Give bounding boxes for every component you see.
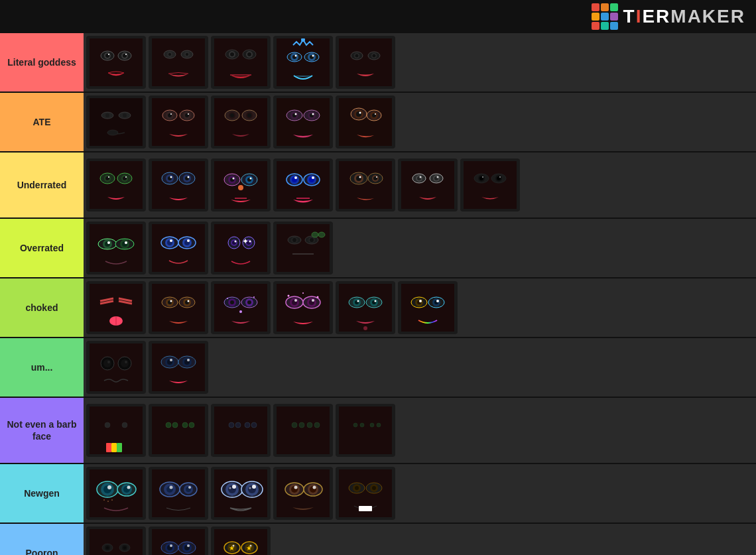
svg-point-33 [312,55,314,57]
svg-point-46 [107,130,118,135]
svg-point-254 [170,359,172,361]
svg-rect-41 [90,98,143,146]
svg-point-243 [103,359,111,367]
svg-point-311 [252,485,256,489]
face-item [149,158,208,212]
svg-point-144 [499,176,501,178]
svg-rect-9 [152,38,205,86]
tier-label-pooron: Pooron [0,524,84,555]
tier-label-newgen: Newgen [0,464,84,523]
tier-items-pooron: ★ ★ [84,524,756,555]
face-item: ✦ [211,221,271,275]
logo-cell-1 [592,3,599,11]
svg-point-197 [170,300,172,302]
face-item [149,95,208,149]
tier-items-literal-goddess [84,33,756,92]
svg-point-258 [122,422,127,428]
svg-point-135 [437,176,439,178]
svg-point-281 [377,423,381,427]
face-item [149,467,208,520]
svg-rect-47 [152,98,205,146]
svg-point-44 [105,113,109,117]
tiermaker-container: TiERMAKER Literal goddess [0,0,756,555]
face-item [398,158,458,212]
face-item [211,404,271,457]
logo-cell-7 [592,22,599,30]
svg-point-244 [121,359,129,367]
header: TiERMAKER [0,0,756,33]
tier-row-ate: ATE [0,93,756,153]
face-item [211,281,271,334]
svg-text:✦: ✦ [242,237,249,246]
svg-point-255 [187,359,190,361]
svg-point-89 [125,176,127,178]
svg-rect-136 [464,161,517,209]
svg-point-229 [375,300,377,302]
svg-point-171 [249,241,251,243]
svg-point-322 [313,486,316,489]
svg-point-278 [353,423,357,427]
svg-point-70 [295,113,297,115]
svg-point-289 [107,485,111,489]
tier-items-newgen [84,464,756,523]
face-item [149,404,208,457]
svg-point-54 [170,113,172,115]
face-item [86,467,146,520]
svg-point-270 [245,422,250,428]
svg-rect-347 [214,529,267,555]
svg-point-152 [107,241,110,244]
svg-point-79 [359,112,361,114]
tier-items-overrated: ✦ [84,219,756,277]
face-item [211,36,271,89]
svg-point-328 [355,486,359,490]
svg-point-179 [310,238,314,242]
svg-point-88 [108,176,109,178]
svg-point-108 [238,185,243,190]
svg-point-32 [295,55,297,57]
svg-rect-231 [401,284,454,332]
svg-point-273 [292,422,297,428]
svg-point-269 [235,422,241,428]
svg-point-97 [170,176,172,178]
face-item [211,95,271,149]
svg-rect-267 [214,406,267,454]
svg-rect-173 [277,224,330,272]
svg-point-8 [125,54,127,55]
svg-point-290 [127,486,131,489]
logo-tier: T [623,6,636,27]
face-item [86,404,146,457]
svg-point-220 [302,292,304,294]
tier-label-underrated: Underrated [0,153,84,217]
svg-point-125 [359,176,361,178]
svg-point-266 [189,422,194,428]
svg-point-134 [420,176,422,178]
svg-point-329 [372,486,376,490]
svg-point-207 [253,296,255,298]
face-item [86,526,146,555]
face-item [211,158,271,212]
svg-point-271 [251,422,257,428]
face-item [336,467,395,520]
svg-point-161 [170,239,172,242]
tier-label-ate: ATE [0,93,84,151]
face-item [149,221,208,275]
svg-point-14 [168,53,171,56]
face-item [336,281,395,334]
svg-point-321 [294,486,298,489]
svg-point-346 [187,544,190,547]
svg-rect-145 [90,224,143,272]
svg-point-274 [299,422,304,428]
svg-rect-16 [214,38,267,86]
tier-row-choked: choked [0,278,756,338]
svg-point-45 [123,113,127,117]
svg-point-208 [239,310,242,313]
svg-rect-314 [277,469,330,517]
svg-rect-330 [359,506,372,511]
tier-label-literal-goddess: Literal goddess [0,33,84,92]
svg-rect-240 [90,343,143,391]
svg-point-107 [250,178,252,180]
svg-point-62 [247,113,251,117]
svg-rect-338 [152,529,205,555]
svg-point-280 [370,423,374,427]
face-item [336,404,395,457]
